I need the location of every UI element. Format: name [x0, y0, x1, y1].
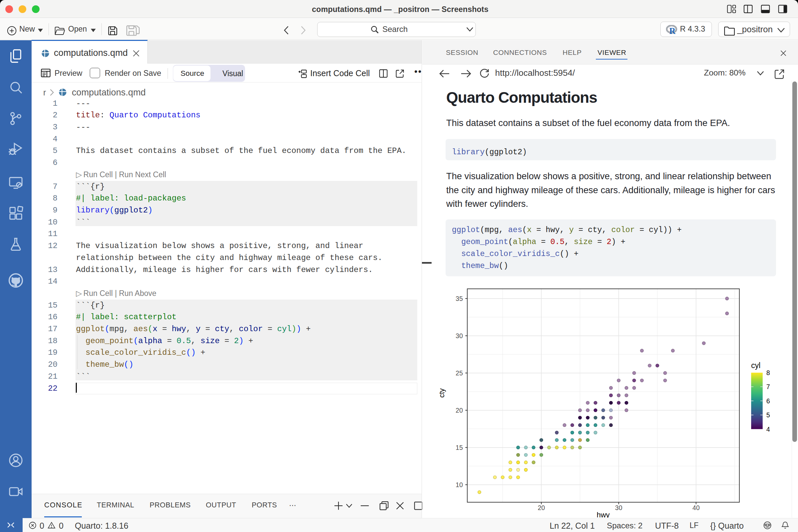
svg-text:6: 6 [766, 397, 770, 405]
svg-text:20: 20 [538, 504, 545, 511]
svg-text:8: 8 [766, 369, 770, 376]
svg-text:hwy: hwy [596, 511, 609, 518]
svg-text:cty: cty [438, 388, 446, 398]
svg-text:15: 15 [456, 444, 463, 451]
svg-text:35: 35 [456, 295, 463, 302]
svg-text:25: 25 [456, 369, 463, 377]
svg-text:7: 7 [766, 383, 770, 391]
svg-text:5: 5 [766, 411, 770, 419]
svg-text:20: 20 [456, 407, 463, 414]
svg-text:30: 30 [615, 504, 623, 511]
svg-text:cyl: cyl [751, 361, 760, 370]
svg-text:10: 10 [456, 481, 463, 489]
svg-text:40: 40 [692, 504, 700, 511]
svg-text:4: 4 [766, 425, 770, 433]
svg-text:R: R [669, 26, 676, 35]
svg-text:30: 30 [456, 332, 463, 340]
